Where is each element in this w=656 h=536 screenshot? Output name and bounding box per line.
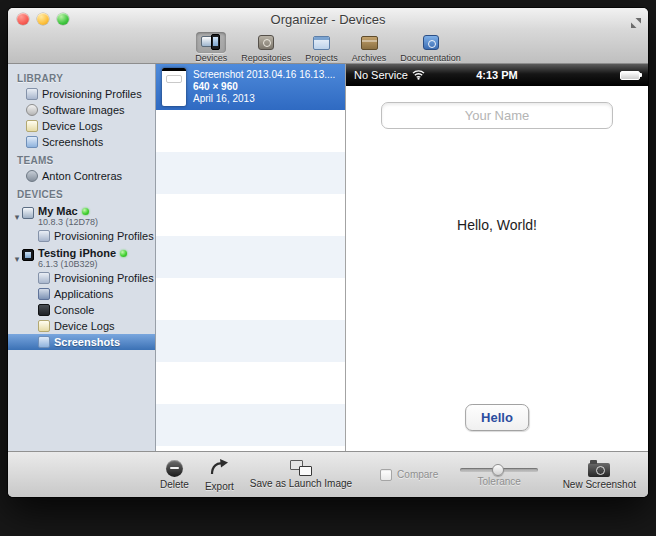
toolbar-label: Repositories — [241, 53, 291, 63]
mac-icon — [22, 207, 34, 219]
projects-icon — [306, 32, 336, 53]
sidebar-section-devices: DEVICES — [8, 184, 155, 202]
screenshots-icon — [38, 336, 50, 348]
software-images-icon — [26, 104, 38, 116]
screenshot-preview: No Service 4:13 PM Your Name Hello, Worl… — [346, 64, 648, 451]
iphone-icon — [22, 249, 34, 261]
sidebar-item-iphone-device-logs[interactable]: Device Logs — [8, 318, 155, 334]
toolbar-item-devices[interactable]: Devices — [192, 31, 230, 63]
organizer-window: Organizer - Devices Devices Repositories… — [8, 8, 648, 497]
slider-thumb[interactable] — [492, 464, 504, 476]
sidebar-item-iphone-screenshots[interactable]: Screenshots — [8, 334, 155, 350]
greeting-text: Hello, World! — [346, 217, 648, 233]
disclosure-triangle-icon[interactable] — [12, 206, 22, 224]
screenshot-list-item[interactable]: Screenshot 2013.04.16 16.13.... 640 × 96… — [156, 64, 345, 110]
sidebar-item-applications[interactable]: Applications — [8, 286, 155, 302]
screenshot-title: Screenshot 2013.04.16 16.13.... — [193, 69, 335, 81]
toolbar-item-repositories[interactable]: Repositories — [238, 31, 294, 63]
delete-icon — [166, 460, 183, 477]
compare-checkbox[interactable]: Compare — [380, 469, 438, 481]
sidebar-item-screenshots[interactable]: Screenshots — [8, 134, 155, 150]
iphone-status-bar: No Service 4:13 PM — [346, 64, 648, 86]
export-arrow-icon — [209, 458, 229, 479]
toolbar-label: Projects — [305, 53, 338, 63]
team-member-icon — [26, 170, 38, 182]
your-name-field: Your Name — [381, 102, 613, 129]
documentation-icon — [416, 32, 446, 53]
toolbar-label: Archives — [352, 53, 387, 63]
device-logs-icon — [38, 320, 50, 332]
window-title: Organizer - Devices — [8, 12, 648, 27]
traffic-lights — [17, 13, 69, 25]
provisioning-profile-icon — [38, 230, 50, 242]
empty-list-rows — [156, 110, 345, 451]
sidebar-item-provisioning-profiles[interactable]: Provisioning Profiles — [8, 86, 155, 102]
toolbar-label: Devices — [195, 53, 227, 63]
iphone-screen: Your Name Hello, World! Hello — [346, 86, 648, 451]
titlebar[interactable]: Organizer - Devices — [8, 8, 648, 30]
toolbar-item-archives[interactable]: Archives — [349, 31, 390, 63]
screenshots-icon — [26, 136, 38, 148]
wifi-icon — [412, 69, 425, 82]
provisioning-profile-icon — [38, 272, 50, 284]
minimize-button[interactable] — [37, 13, 49, 25]
battery-icon — [620, 71, 640, 80]
screenshot-list: Screenshot 2013.04.16 16.13.... 640 × 96… — [156, 64, 346, 451]
camera-icon — [588, 463, 610, 477]
device-logs-icon — [26, 120, 38, 132]
your-name-placeholder: Your Name — [465, 108, 530, 123]
disclosure-triangle-icon[interactable] — [12, 248, 22, 266]
sidebar-item-iphone-provisioning-profiles[interactable]: Provisioning Profiles — [8, 270, 155, 286]
screenshot-thumbnail — [162, 68, 186, 106]
checkbox-icon[interactable] — [380, 469, 392, 481]
status-time: 4:13 PM — [476, 69, 518, 81]
bottom-toolbar: Delete Export Save as Launch Image Compa… — [8, 451, 648, 497]
repositories-icon — [251, 32, 281, 53]
new-screenshot-button[interactable]: New Screenshot — [563, 460, 636, 490]
tolerance-slider[interactable] — [460, 468, 538, 472]
devices-icon — [196, 32, 226, 53]
sidebar-item-device-logs[interactable]: Device Logs — [8, 118, 155, 134]
toolbar-label: Documentation — [400, 53, 461, 63]
console-icon — [38, 304, 50, 316]
status-dot-green — [82, 208, 89, 215]
archives-icon — [354, 32, 384, 53]
sidebar-item-testing-iphone[interactable]: Testing iPhone 6.1.3 (10B329) — [8, 248, 155, 270]
sidebar-item-console[interactable]: Console — [8, 302, 155, 318]
sidebar-item-mac-provisioning-profiles[interactable]: Provisioning Profiles — [8, 228, 155, 244]
toolbar-item-documentation[interactable]: Documentation — [397, 31, 464, 63]
sidebar-section-library: LIBRARY — [8, 68, 155, 86]
close-button[interactable] — [17, 13, 29, 25]
sidebar: LIBRARY Provisioning Profiles Software I… — [8, 64, 156, 451]
screenshot-resolution: 640 × 960 — [193, 81, 335, 93]
applications-icon — [38, 288, 50, 300]
main-toolbar: Devices Repositories Projects Archives D… — [8, 30, 648, 64]
sidebar-item-anton-contreras[interactable]: Anton Contreras — [8, 168, 155, 184]
zoom-button[interactable] — [57, 13, 69, 25]
toolbar-item-projects[interactable]: Projects — [302, 31, 341, 63]
sidebar-item-software-images[interactable]: Software Images — [8, 102, 155, 118]
export-button[interactable]: Export — [205, 458, 234, 492]
status-dot-green — [120, 250, 127, 257]
sidebar-item-my-mac[interactable]: My Mac 10.8.3 (12D78) — [8, 206, 155, 228]
screenshot-date: April 16, 2013 — [193, 93, 335, 105]
sidebar-section-teams: TEAMS — [8, 150, 155, 168]
hello-button: Hello — [465, 404, 529, 431]
provisioning-profile-icon — [26, 88, 38, 100]
carrier-label: No Service — [354, 69, 408, 81]
launch-image-icon — [290, 460, 312, 476]
content-area: LIBRARY Provisioning Profiles Software I… — [8, 64, 648, 451]
fullscreen-icon[interactable] — [631, 14, 641, 24]
delete-button[interactable]: Delete — [160, 460, 189, 490]
save-as-launch-image-button[interactable]: Save as Launch Image — [250, 460, 352, 489]
tolerance-control: Tolerance — [460, 463, 538, 487]
